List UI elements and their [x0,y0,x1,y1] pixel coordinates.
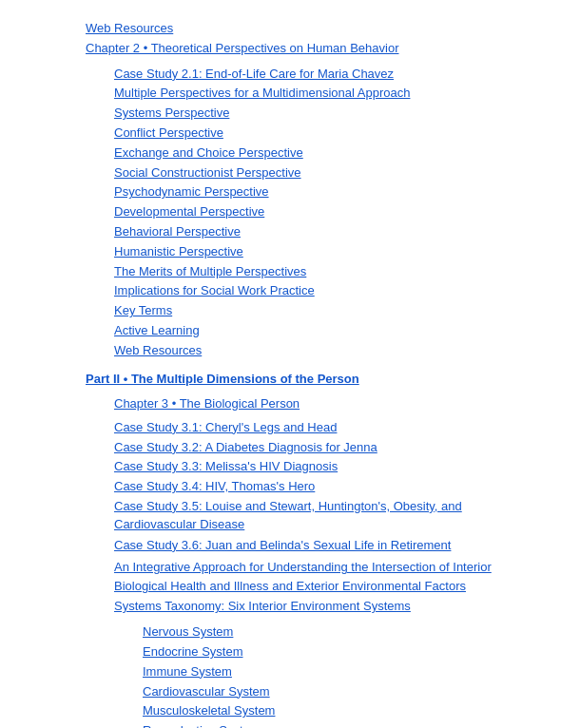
chapter3-link[interactable]: Chapter 3 • The Biological Person [114,393,532,414]
systems-perspective-link[interactable]: Systems Perspective [114,104,532,124]
psychodynamic-link[interactable]: Psychodynamic Perspective [114,182,532,202]
case-study-3-5-link[interactable]: Case Study 3.5: Louise and Stewart, Hunt… [114,497,532,534]
web-resources-top-link[interactable]: Web Resources [86,19,532,39]
endocrine-system-link[interactable]: Endocrine System [143,642,532,662]
case-study-3-4-link[interactable]: Case Study 3.4: HIV, Thomas's Hero [114,477,532,497]
conflict-perspective-link[interactable]: Conflict Perspective [114,124,532,144]
part2-heading[interactable]: Part II • The Multiple Dimensions of the… [86,369,532,390]
social-constructionist-link[interactable]: Social Constructionist Perspective [114,163,532,183]
case-study-3-6-link[interactable]: Case Study 3.6: Juan and Belinda's Sexua… [114,536,532,555]
integrative-approach-link[interactable]: An Integrative Approach for Understandin… [114,558,532,595]
behavioral-link[interactable]: Behavioral Perspective [114,222,532,242]
cardiovascular-system-link[interactable]: Cardiovascular System [143,682,532,702]
case-study-2-1-link[interactable]: Case Study 2.1: End-of-Life Care for Mar… [114,65,532,85]
key-terms-link[interactable]: Key Terms [114,301,532,321]
case-study-3-2-link[interactable]: Case Study 3.2: A Diabetes Diagnosis for… [114,438,532,458]
musculoskeletal-system-link[interactable]: Musculoskeletal System [143,701,532,721]
multiple-perspectives-link[interactable]: Multiple Perspectives for a Multidimensi… [114,84,532,104]
case-study-3-3-link[interactable]: Case Study 3.3: Melissa's HIV Diagnosis [114,457,532,477]
implications-social-work-link[interactable]: Implications for Social Work Practice [114,281,532,301]
nervous-system-link[interactable]: Nervous System [143,623,532,642]
merits-multiple-link[interactable]: The Merits of Multiple Perspectives [114,262,532,282]
systems-taxonomy-link[interactable]: Systems Taxonomy: Six Interior Environme… [114,597,532,617]
humanistic-link[interactable]: Humanistic Perspective [114,242,532,262]
developmental-link[interactable]: Developmental Perspective [114,202,532,222]
exchange-choice-link[interactable]: Exchange and Choice Perspective [114,144,532,163]
immune-system-link[interactable]: Immune System [143,662,532,682]
active-learning-link[interactable]: Active Learning [114,321,532,341]
web-resources-ch2-link[interactable]: Web Resources [114,341,532,361]
reproductive-system-link[interactable]: Reproductive System [143,721,532,728]
chapter2-link[interactable]: Chapter 2 • Theoretical Perspectives on … [86,39,532,59]
case-study-3-1-link[interactable]: Case Study 3.1: Cheryl's Legs and Head [114,418,532,438]
